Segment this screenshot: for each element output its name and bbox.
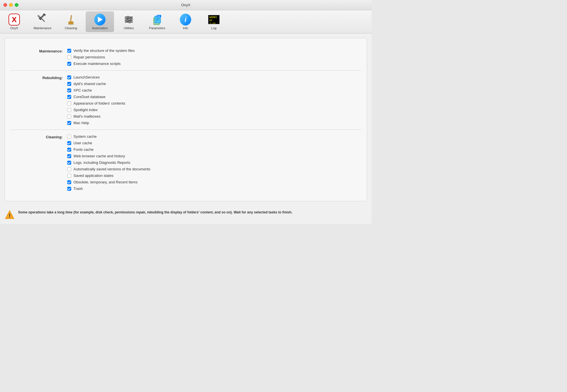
svg-rect-14 (125, 20, 133, 21)
list-item[interactable]: LaunchServices (67, 75, 125, 79)
close-button[interactable] (3, 3, 7, 7)
list-item[interactable]: Saved application states (67, 173, 150, 178)
log-line1: WARNI (209, 16, 217, 19)
rebuilding-items: LaunchServices dyld's shared cache XPC c… (67, 75, 125, 125)
automation-icon (94, 14, 106, 25)
list-item[interactable]: Mail's mailboxes (67, 114, 125, 118)
cleaning-icon (65, 14, 77, 25)
list-item[interactable]: Trash (67, 187, 150, 191)
list-item[interactable]: CoreDuet database (67, 95, 125, 99)
checkbox-user-cache[interactable] (67, 141, 71, 145)
item-label: User cache (73, 141, 92, 145)
item-label: Fonts cache (73, 147, 94, 152)
item-label: Automatically saved versions of the docu… (73, 167, 150, 171)
maintenance-icon (37, 14, 48, 25)
list-item[interactable]: dyld's shared cache (67, 82, 125, 86)
list-item[interactable]: Fonts cache (67, 147, 150, 152)
item-label: Verify the structure of the system files (73, 48, 135, 53)
svg-point-17 (130, 18, 132, 20)
list-item[interactable]: Execute maintenance scripts (67, 62, 135, 66)
rebuilding-section: Rebuilding: LaunchServices dyld's shared… (10, 71, 361, 130)
svg-point-16 (127, 16, 129, 18)
maintenance-items: Verify the structure of the system files… (67, 48, 135, 66)
checkbox-spotlight[interactable] (67, 108, 71, 112)
list-item[interactable]: Web browser cache and history (67, 154, 150, 158)
tab-log-label: Log (211, 26, 216, 30)
item-label: Appearance of folders' contents (73, 101, 125, 105)
tab-maintenance[interactable]: Maintenance (28, 10, 57, 33)
maintenance-section: Maintenance: Verify the structure of the… (10, 44, 361, 71)
rebuilding-label: Rebuilding: (10, 75, 67, 125)
checkbox-appearance[interactable] (67, 101, 71, 105)
checkbox-execute-scripts[interactable] (67, 62, 71, 66)
tab-onyx[interactable]: X OnyX (0, 10, 28, 33)
cleaning-section: Cleaning: System cache User cache Fonts … (10, 130, 361, 195)
checkbox-coreduet[interactable] (67, 95, 71, 99)
item-label: LaunchServices (73, 75, 100, 79)
checkbox-dyld[interactable] (67, 82, 71, 86)
item-label: Spotlight index (73, 108, 98, 112)
list-item[interactable]: User cache (67, 141, 150, 145)
checkbox-obsolete[interactable] (67, 180, 71, 184)
maximize-button[interactable] (15, 3, 18, 7)
checkbox-verify-system[interactable] (67, 49, 71, 53)
checkbox-trash[interactable] (67, 187, 71, 191)
svg-text:File: File (157, 15, 160, 17)
item-label: Saved application states (73, 173, 113, 178)
checkbox-mail[interactable] (67, 115, 71, 118)
list-item[interactable]: System cache (67, 134, 150, 139)
tab-info[interactable]: i Info (171, 10, 200, 33)
list-item[interactable]: XPC cache (67, 88, 125, 92)
window-controls (3, 3, 18, 7)
svg-line-8 (69, 24, 70, 25)
list-item[interactable]: Appearance of folders' contents (67, 101, 125, 105)
item-label: Web browser cache and history (73, 154, 125, 158)
list-item[interactable]: Obsolete, temporary, and Recent Items (67, 180, 150, 184)
tab-parameters[interactable]: File Parameters (143, 10, 171, 33)
checkbox-web-browser[interactable] (67, 154, 71, 158)
tab-onyx-label: OnyX (10, 26, 18, 30)
checkbox-launchservices[interactable] (67, 75, 71, 79)
list-item[interactable]: Mac Help (67, 121, 125, 125)
tab-info-label: Info (183, 26, 188, 30)
item-label: System cache (73, 134, 97, 139)
item-label: Mac Help (73, 121, 89, 125)
checkbox-fonts-cache[interactable] (67, 148, 71, 152)
svg-text:!: ! (9, 213, 11, 219)
checkbox-saved-states[interactable] (67, 174, 71, 178)
tab-log[interactable]: WARNI AY 7:38 Log (200, 10, 228, 33)
toolbar: X OnyX Maintenance (0, 10, 372, 33)
tab-maintenance-label: Maintenance (34, 26, 52, 30)
item-label: XPC cache (73, 88, 92, 92)
tab-utilities-label: Utilities (124, 26, 134, 30)
tab-cleaning[interactable]: Cleaning (57, 10, 85, 33)
tab-automation-label: Automation (92, 26, 108, 30)
checkbox-logs[interactable] (67, 161, 71, 165)
checkbox-system-cache[interactable] (67, 135, 71, 139)
list-item[interactable]: Verify the structure of the system files (67, 48, 135, 53)
checkbox-auto-saved[interactable] (67, 167, 71, 171)
list-item[interactable]: Automatically saved versions of the docu… (67, 167, 150, 171)
list-item[interactable]: Spotlight index (67, 108, 125, 112)
minimize-button[interactable] (9, 3, 13, 7)
log-icon: WARNI AY 7:38 (208, 14, 220, 25)
checkbox-machelp[interactable] (67, 121, 71, 125)
cleaning-label: Cleaning: (10, 134, 67, 191)
item-label: dyld's shared cache (73, 82, 106, 86)
item-label: Trash (73, 187, 83, 191)
content-area: Maintenance: Verify the structure of the… (0, 33, 372, 206)
list-item[interactable]: Logs, including Diagnostic Reports (67, 160, 150, 165)
tab-parameters-label: Parameters (149, 26, 165, 30)
svg-rect-5 (70, 15, 72, 21)
info-icon: i (180, 14, 191, 25)
item-label: CoreDuet database (73, 95, 106, 99)
tab-utilities[interactable]: Utilities (115, 10, 143, 33)
list-item[interactable]: Repair permissions (67, 55, 135, 59)
cleaning-items: System cache User cache Fonts cache Web … (67, 134, 150, 191)
checkbox-repair-permissions[interactable] (67, 55, 71, 59)
warning-icon: ! (5, 210, 15, 220)
window-title: OnyX (181, 3, 191, 7)
parameters-icon: File (151, 14, 163, 25)
tab-automation[interactable]: Automation (86, 11, 114, 32)
checkbox-xpc[interactable] (67, 88, 71, 92)
